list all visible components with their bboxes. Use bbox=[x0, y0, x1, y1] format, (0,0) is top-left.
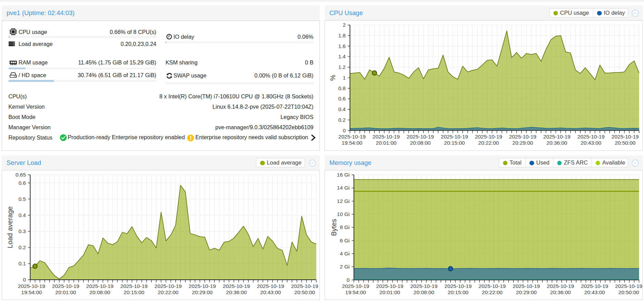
svg-text:20:29:00: 20:29:00 bbox=[512, 140, 533, 146]
svg-text:1.4: 1.4 bbox=[338, 53, 346, 59]
svg-text:12 Gi: 12 Gi bbox=[337, 198, 350, 204]
svg-text:20:08:00: 20:08:00 bbox=[90, 289, 110, 295]
svg-text:0.1: 0.1 bbox=[19, 261, 26, 266]
svg-text:2025-10-19: 2025-10-19 bbox=[410, 283, 437, 289]
svg-text:20:36:00: 20:36:00 bbox=[547, 140, 567, 146]
svg-text:20:15:00: 20:15:00 bbox=[448, 289, 469, 295]
svg-text:2025-10-19: 2025-10-19 bbox=[547, 283, 574, 289]
svg-text:2025-10-19: 2025-10-19 bbox=[444, 283, 471, 289]
svg-text:2 Gi: 2 Gi bbox=[340, 264, 349, 269]
svg-text:19:54:00: 19:54:00 bbox=[342, 140, 363, 146]
svg-text:20:50:00: 20:50:00 bbox=[615, 140, 636, 146]
svg-text:4 Gi: 4 Gi bbox=[340, 251, 349, 256]
svg-text:0: 0 bbox=[343, 128, 346, 133]
svg-text:20:29:00: 20:29:00 bbox=[192, 289, 213, 295]
svg-text:0.6: 0.6 bbox=[338, 96, 346, 101]
svg-text:20:43:00: 20:43:00 bbox=[260, 289, 281, 295]
svg-text:0.5: 0.5 bbox=[19, 196, 26, 202]
svg-text:20:36:00: 20:36:00 bbox=[550, 289, 571, 295]
svg-text:10 Gi: 10 Gi bbox=[337, 211, 350, 217]
svg-text:2025-10-19: 2025-10-19 bbox=[86, 283, 113, 289]
svg-text:2025-10-19: 2025-10-19 bbox=[479, 283, 506, 289]
svg-text:0.8: 0.8 bbox=[338, 85, 346, 91]
svg-text:0.2: 0.2 bbox=[338, 117, 346, 123]
svg-text:20:01:00: 20:01:00 bbox=[376, 140, 397, 146]
svg-text:20:22:00: 20:22:00 bbox=[158, 289, 179, 295]
svg-text:2025-10-19: 2025-10-19 bbox=[189, 283, 216, 289]
svg-text:0.6: 0.6 bbox=[19, 180, 26, 186]
svg-text:2025-10-19: 2025-10-19 bbox=[543, 134, 570, 140]
svg-text:Load average: Load average bbox=[6, 206, 14, 248]
svg-text:1.6: 1.6 bbox=[338, 43, 346, 49]
svg-text:2025-10-19: 2025-10-19 bbox=[611, 134, 639, 140]
svg-text:16 Gi: 16 Gi bbox=[337, 172, 350, 178]
svg-text:20:22:00: 20:22:00 bbox=[482, 289, 503, 295]
svg-text:20:01:00: 20:01:00 bbox=[379, 289, 400, 295]
svg-text:2025-10-19: 2025-10-19 bbox=[338, 134, 365, 140]
svg-text:2025-10-19: 2025-10-19 bbox=[373, 134, 400, 140]
svg-text:2025-10-19: 2025-10-19 bbox=[615, 283, 642, 289]
svg-text:20:08:00: 20:08:00 bbox=[413, 289, 434, 295]
svg-text:6 Gi: 6 Gi bbox=[340, 238, 349, 243]
svg-text:2025-10-19: 2025-10-19 bbox=[509, 134, 536, 140]
svg-text:2025-10-19: 2025-10-19 bbox=[577, 134, 605, 140]
svg-text:20:22:00: 20:22:00 bbox=[478, 140, 499, 146]
svg-text:14 Gi: 14 Gi bbox=[337, 185, 350, 191]
svg-text:0.2: 0.2 bbox=[19, 244, 26, 250]
svg-text:2025-10-19: 2025-10-19 bbox=[52, 283, 79, 289]
svg-text:0: 0 bbox=[23, 277, 26, 282]
svg-text:20:15:00: 20:15:00 bbox=[124, 289, 144, 295]
svg-text:2025-10-19: 2025-10-19 bbox=[18, 283, 45, 289]
svg-text:2025-10-19: 2025-10-19 bbox=[407, 134, 434, 140]
svg-text:2025-10-19: 2025-10-19 bbox=[291, 283, 318, 289]
svg-text:20:15:00: 20:15:00 bbox=[444, 140, 465, 146]
svg-text:19:54:00: 19:54:00 bbox=[345, 289, 366, 295]
svg-text:2025-10-19: 2025-10-19 bbox=[257, 283, 284, 289]
svg-text:2025-10-19: 2025-10-19 bbox=[342, 283, 369, 289]
svg-text:%: % bbox=[329, 75, 337, 81]
svg-text:20:29:00: 20:29:00 bbox=[516, 289, 537, 295]
svg-text:2025-10-19: 2025-10-19 bbox=[581, 283, 608, 289]
svg-text:19:54:00: 19:54:00 bbox=[21, 289, 42, 295]
svg-text:2025-10-19: 2025-10-19 bbox=[154, 283, 182, 289]
svg-text:20:08:00: 20:08:00 bbox=[410, 140, 431, 146]
svg-text:Bytes: Bytes bbox=[330, 219, 338, 236]
svg-text:0.4: 0.4 bbox=[19, 212, 26, 218]
svg-text:20:43:00: 20:43:00 bbox=[581, 140, 601, 146]
svg-text:20:36:00: 20:36:00 bbox=[226, 289, 247, 295]
svg-text:2025-10-19: 2025-10-19 bbox=[513, 283, 540, 289]
svg-text:2025-10-19: 2025-10-19 bbox=[475, 134, 502, 140]
svg-text:0: 0 bbox=[347, 277, 350, 283]
svg-text:1.8: 1.8 bbox=[338, 33, 346, 38]
svg-text:2025-10-19: 2025-10-19 bbox=[376, 283, 403, 289]
svg-text:2: 2 bbox=[343, 22, 346, 28]
svg-text:20:50:00: 20:50:00 bbox=[294, 289, 315, 295]
svg-text:8 Gi: 8 Gi bbox=[340, 224, 349, 230]
svg-text:2025-10-19: 2025-10-19 bbox=[441, 134, 468, 140]
svg-text:20:43:00: 20:43:00 bbox=[584, 289, 605, 295]
svg-text:20:50:00: 20:50:00 bbox=[618, 289, 639, 295]
svg-text:0.3: 0.3 bbox=[19, 228, 26, 234]
svg-text:1.2: 1.2 bbox=[338, 64, 346, 70]
svg-text:0.4: 0.4 bbox=[338, 106, 346, 112]
svg-text:2025-10-19: 2025-10-19 bbox=[223, 283, 250, 289]
svg-text:1: 1 bbox=[343, 75, 346, 81]
svg-text:2025-10-19: 2025-10-19 bbox=[120, 283, 148, 289]
svg-text:0.65: 0.65 bbox=[15, 172, 26, 178]
svg-text:20:01:00: 20:01:00 bbox=[55, 289, 76, 295]
